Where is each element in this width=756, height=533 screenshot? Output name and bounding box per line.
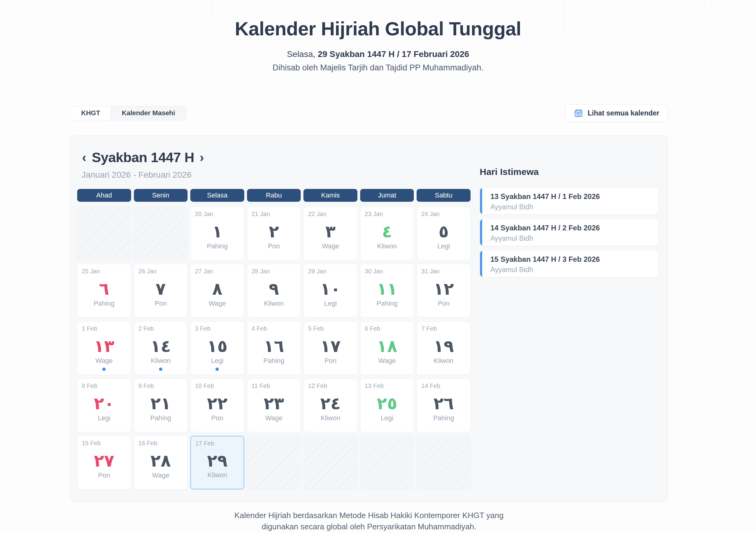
- tab-khgt[interactable]: KHGT: [70, 106, 111, 120]
- gregorian-date-label: 24 Jan: [421, 211, 440, 217]
- current-date-line: Selasa, 29 Syakban 1447 H / 17 Februari …: [0, 49, 756, 59]
- toolbar: KHGTKalender Masehi Lihat semua kalender: [70, 104, 668, 122]
- hijri-day-number: ٧: [134, 279, 188, 299]
- calendar-cell[interactable]: 20 Jan١Pahing: [190, 207, 244, 260]
- calendar-cell[interactable]: 28 Jan٩Kliwon: [247, 264, 301, 317]
- pasaran-label: Kliwon: [304, 414, 357, 422]
- pasaran-label: Pahing: [417, 414, 470, 422]
- calendar-cell[interactable]: 6 Feb١٨Wage: [360, 321, 414, 375]
- pasaran-label: Legi: [304, 299, 357, 308]
- current-date-bold: 29 Syakban 1447 H / 17 Februari 2026: [318, 49, 469, 59]
- hijri-day-number: ١٠: [304, 279, 357, 299]
- calendar-cell[interactable]: 22 Jan٣Wage: [304, 207, 357, 260]
- view-all-calendars-button[interactable]: Lihat semua kalender: [565, 104, 668, 122]
- gregorian-date-label: 11 Feb: [252, 382, 270, 390]
- hijri-day-number: ٩: [247, 279, 301, 299]
- hijri-day-number: ٢٧: [77, 451, 131, 470]
- calendar-cell[interactable]: 7 Feb١٩Kliwon: [417, 321, 471, 375]
- hijri-day-number: ٢٥: [361, 394, 414, 413]
- event-dot: [102, 368, 106, 371]
- calendar-cell[interactable]: 13 Feb٢٥Legi: [360, 378, 414, 432]
- day-headers: AhadSeninSelasaRabuKamisJumatSabtu: [77, 189, 471, 202]
- day-header-kamis: Kamis: [304, 189, 357, 202]
- calendar-cell[interactable]: 3 Feb١٥Legi: [190, 321, 244, 375]
- gregorian-date-label: 20 Jan: [195, 211, 213, 217]
- special-day-card: 13 Syakban 1447 H / 1 Feb 2026Ayyamul Bi…: [480, 188, 659, 215]
- hijri-day-number: ٣: [304, 222, 357, 241]
- calendar-cell-empty: [304, 436, 357, 490]
- month-header: ‹ Syakban 1447 H ›: [81, 150, 471, 165]
- day-header-jumat: Jumat: [360, 189, 414, 202]
- next-month-button[interactable]: ›: [199, 151, 204, 164]
- hijri-day-number: ٦: [77, 279, 131, 299]
- current-day-name: Selasa,: [287, 49, 318, 59]
- hijri-day-number: ٢٣: [247, 394, 301, 413]
- pasaran-label: Pahing: [361, 299, 414, 308]
- page-header: Kalender Hijriah Global Tunggal Selasa, …: [0, 0, 756, 72]
- calendar-cell[interactable]: 31 Jan١٢Pon: [417, 264, 471, 317]
- pasaran-label: Pon: [417, 299, 470, 308]
- hijri-day-number: ١٣: [77, 337, 131, 356]
- pasaran-label: Wage: [361, 357, 414, 365]
- gregorian-date-label: 23 Jan: [365, 211, 383, 217]
- hijri-day-number: ٤: [361, 222, 414, 241]
- hijri-day-number: ١: [191, 222, 244, 241]
- prev-month-button[interactable]: ‹: [81, 151, 87, 164]
- hijri-day-number: ١٦: [247, 337, 301, 356]
- calendar-cell[interactable]: 23 Jan٤Kliwon: [360, 207, 414, 260]
- calendar-cell[interactable]: 29 Jan١٠Legi: [304, 264, 357, 317]
- hijri-day-number: ٢٤: [304, 394, 357, 413]
- pasaran-label: Pahing: [247, 357, 301, 365]
- calendar-cell[interactable]: 14 Feb٢٦Pahing: [417, 378, 471, 432]
- gregorian-date-label: 8 Feb: [82, 382, 97, 390]
- calendar-cell[interactable]: 16 Feb٢٨Wage: [134, 436, 188, 490]
- hijri-day-number: ٢٦: [417, 394, 470, 413]
- pasaran-label: Legi: [417, 242, 470, 250]
- calendar-cell[interactable]: 12 Feb٢٤Kliwon: [304, 378, 357, 432]
- day-header-senin: Senin: [134, 189, 188, 202]
- calendar-cell[interactable]: 1 Feb١٣Wage: [77, 321, 131, 375]
- calendar-cell[interactable]: 15 Feb٢٧Pon: [77, 436, 131, 490]
- footer-line-1: Kalender Hijriah berdasarkan Metode Hisa…: [70, 510, 668, 521]
- calendar-cell[interactable]: 25 Jan٦Pahing: [77, 264, 131, 317]
- special-days-title: Hari Istimewa: [480, 167, 659, 177]
- calendar-cell-empty: [247, 436, 301, 490]
- special-day-date: 14 Syakban 1447 H / 2 Feb 2026: [490, 224, 651, 232]
- calendar-cell[interactable]: 10 Feb٢٢Pon: [190, 378, 244, 432]
- calendar-cell[interactable]: 8 Feb٢٠Legi: [77, 378, 131, 432]
- calendar-cell[interactable]: 27 Jan٨Wage: [190, 264, 244, 317]
- pasaran-label: Kliwon: [191, 471, 244, 479]
- pasaran-label: Pahing: [191, 242, 244, 250]
- gregorian-date-label: 29 Jan: [308, 268, 326, 275]
- gregorian-date-label: 4 Feb: [252, 325, 267, 332]
- calendar-cell[interactable]: 21 Jan٢Pon: [247, 207, 301, 260]
- calendar-cell[interactable]: 24 Jan٥Legi: [417, 207, 471, 260]
- hijri-day-number: ٢١: [134, 394, 188, 413]
- special-day-card: 14 Syakban 1447 H / 2 Feb 2026Ayyamul Bi…: [480, 219, 659, 246]
- pasaran-label: Pon: [247, 242, 301, 250]
- gregorian-date-label: 2 Feb: [138, 325, 154, 332]
- card-accent-bar: [480, 250, 482, 277]
- calendar-cell[interactable]: 9 Feb٢١Pahing: [134, 378, 188, 432]
- pasaran-label: Wage: [247, 414, 301, 422]
- pasaran-label: Kliwon: [417, 357, 470, 365]
- calendar-cell[interactable]: 4 Feb١٦Pahing: [247, 321, 301, 375]
- calendar-cell[interactable]: 11 Feb٢٣Wage: [247, 378, 301, 432]
- pasaran-label: Pon: [134, 299, 188, 308]
- calendar-cell[interactable]: 2 Feb١٤Kliwon: [134, 321, 188, 375]
- calendar-cell[interactable]: 26 Jan٧Pon: [134, 264, 188, 317]
- calendar-cell[interactable]: 30 Jan١١Pahing: [360, 264, 414, 317]
- footer-note: Kalender Hijriah berdasarkan Metode Hisa…: [70, 510, 668, 532]
- gregorian-date-label: 14 Feb: [421, 382, 440, 390]
- hijri-day-number: ٢٠: [77, 394, 131, 413]
- page-title: Kalender Hijriah Global Tunggal: [0, 18, 756, 39]
- hijri-day-number: ١١: [361, 279, 414, 299]
- pasaran-label: Kliwon: [247, 299, 301, 308]
- hijri-day-number: ١٩: [417, 337, 470, 356]
- calendar-cell-today[interactable]: 17 Feb٢٩Kliwon: [190, 436, 244, 490]
- calendar-cell[interactable]: 5 Feb١٧Pon: [304, 321, 357, 375]
- pasaran-label: Pon: [304, 357, 357, 365]
- day-header-ahad: Ahad: [77, 189, 131, 202]
- hijri-day-number: ٢: [247, 222, 301, 241]
- tab-kalender-masehi[interactable]: Kalender Masehi: [111, 106, 186, 120]
